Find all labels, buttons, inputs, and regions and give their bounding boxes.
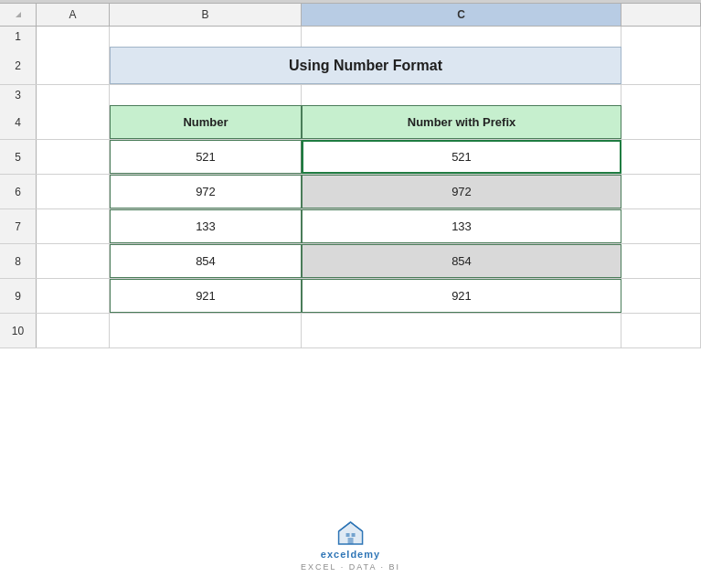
cell-rest8 — [621, 244, 701, 278]
grid-row: 9 921 921 — [0, 279, 701, 314]
row-header-1: 1 — [0, 27, 37, 47]
row-header-9: 9 — [0, 279, 37, 313]
cell-a2[interactable] — [37, 47, 110, 84]
cell-a7[interactable] — [37, 209, 110, 243]
cell-rest10 — [621, 314, 701, 347]
cell-rest1 — [621, 27, 701, 47]
cell-c1[interactable] — [302, 27, 621, 47]
spreadsheet: A B C 1 2 Using Number Format 3 — [0, 0, 701, 588]
svg-rect-3 — [345, 533, 349, 537]
grid-container: 1 2 Using Number Format 3 4 Number Numb — [0, 27, 701, 588]
cell-b1[interactable] — [110, 27, 302, 47]
cell-a8[interactable] — [37, 244, 110, 278]
cell-a1[interactable] — [37, 27, 110, 47]
data-prefix-4[interactable]: 854 — [302, 244, 621, 278]
header-number[interactable]: Number — [110, 105, 302, 139]
row-header-10: 10 — [0, 314, 37, 347]
data-number-1[interactable]: 521 — [110, 140, 302, 174]
grid-row: 2 Using Number Format — [0, 47, 701, 85]
data-prefix-5[interactable]: 921 — [302, 279, 621, 313]
cell-a3[interactable] — [37, 85, 110, 105]
corner-cell — [0, 4, 37, 26]
column-headers: A B C — [0, 4, 701, 27]
header-prefix[interactable]: Number with Prefix — [302, 105, 621, 139]
grid-row: 6 972 972 — [0, 175, 701, 209]
svg-rect-5 — [347, 538, 353, 544]
grid-row: 3 — [0, 85, 701, 105]
row-header-3: 3 — [0, 85, 37, 105]
grid-row: 5 521 521 — [0, 140, 701, 175]
data-prefix-2[interactable]: 972 — [302, 175, 621, 208]
col-header-rest — [621, 4, 701, 26]
row-header-8: 8 — [0, 244, 37, 278]
logo-tagline: EXCEL · DATA · BI — [301, 562, 400, 572]
grid-row: 8 854 854 — [0, 244, 701, 279]
logo-name: exceldemy — [321, 549, 380, 560]
logo-area: exceldemy EXCEL · DATA · BI — [301, 520, 400, 572]
cell-a6[interactable] — [37, 175, 110, 208]
data-number-2[interactable]: 972 — [110, 175, 302, 208]
grid-row: 10 — [0, 314, 701, 348]
row-header-6: 6 — [0, 175, 37, 208]
data-number-3[interactable]: 133 — [110, 209, 302, 243]
data-prefix-1[interactable]: 521 — [302, 140, 621, 174]
row-header-4: 4 — [0, 105, 37, 139]
exceldemy-logo-icon — [336, 520, 364, 546]
cell-rest4 — [621, 105, 701, 139]
grid-row: 1 — [0, 27, 701, 47]
svg-marker-0 — [16, 12, 21, 17]
svg-rect-4 — [351, 533, 355, 537]
cell-rest3 — [621, 85, 701, 105]
grid-row: 4 Number Number with Prefix — [0, 105, 701, 140]
cell-b10[interactable] — [110, 314, 302, 347]
data-number-4[interactable]: 854 — [110, 244, 302, 278]
cell-rest5 — [621, 140, 701, 174]
cell-a4[interactable] — [37, 105, 110, 139]
col-header-b[interactable]: B — [110, 4, 302, 26]
data-prefix-3[interactable]: 133 — [302, 209, 621, 243]
cell-rest7 — [621, 209, 701, 243]
row-header-7: 7 — [0, 209, 37, 243]
row-header-2: 2 — [0, 47, 37, 84]
title-cell[interactable]: Using Number Format — [110, 47, 621, 84]
row-header-5: 5 — [0, 140, 37, 174]
cell-a9[interactable] — [37, 279, 110, 313]
cell-rest9 — [621, 279, 701, 313]
cell-a5[interactable] — [37, 140, 110, 174]
cell-c10[interactable] — [302, 314, 621, 347]
col-header-a[interactable]: A — [37, 4, 110, 26]
cell-rest6 — [621, 175, 701, 208]
data-number-5[interactable]: 921 — [110, 279, 302, 313]
cell-b3[interactable] — [110, 85, 302, 105]
cell-a10[interactable] — [37, 314, 110, 347]
grid-row: 7 133 133 — [0, 209, 701, 244]
col-header-c[interactable]: C — [302, 4, 621, 26]
cell-rest2 — [621, 47, 701, 84]
cell-c3[interactable] — [302, 85, 621, 105]
